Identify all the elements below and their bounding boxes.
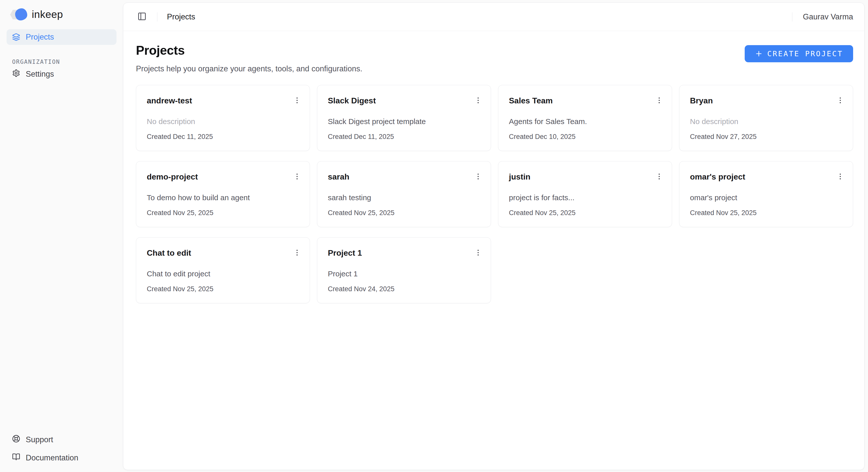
project-card[interactable]: Slack Digest Slack Digest project templa…: [317, 85, 491, 151]
project-description: Slack Digest project template: [328, 117, 484, 126]
project-description: Project 1: [328, 269, 484, 278]
topbar: Projects Gaurav Varma: [123, 3, 864, 31]
project-card[interactable]: andrew-test No description Created Dec 1…: [136, 85, 310, 151]
brand-logo[interactable]: inkeep: [6, 6, 117, 29]
sidebar-item-label: Projects: [26, 33, 54, 41]
page-subtitle: Projects help you organize your agents, …: [136, 64, 362, 73]
kebab-menu-button[interactable]: [291, 170, 303, 183]
project-card[interactable]: Sales Team Agents for Sales Team. Create…: [498, 85, 672, 151]
project-created-date: Created Nov 27, 2025: [690, 133, 846, 141]
life-buoy-icon: [12, 435, 20, 445]
project-description: omar's project: [690, 193, 846, 202]
sidebar-item-label: Documentation: [26, 453, 79, 463]
project-name: Chat to edit: [147, 249, 191, 257]
create-project-label: CREATE PROJECT: [767, 50, 843, 58]
brand-name: inkeep: [32, 8, 63, 21]
project-name: Project 1: [328, 249, 362, 257]
project-description: No description: [690, 117, 846, 126]
kebab-menu-button[interactable]: [472, 94, 484, 106]
ellipsis-vertical-icon: [836, 172, 844, 181]
ellipsis-vertical-icon: [293, 172, 301, 181]
sidebar-item-support[interactable]: Support: [6, 432, 117, 448]
project-created-date: Created Dec 11, 2025: [328, 133, 484, 141]
sidebar-item-projects[interactable]: Projects: [6, 29, 117, 45]
projects-grid: andrew-test No description Created Dec 1…: [123, 85, 864, 315]
kebab-menu-button[interactable]: [653, 170, 665, 183]
project-created-date: Created Nov 25, 2025: [147, 209, 303, 217]
ellipsis-vertical-icon: [836, 96, 844, 105]
project-name: andrew-test: [147, 96, 192, 105]
project-created-date: Created Nov 25, 2025: [509, 209, 665, 217]
project-name: justin: [509, 172, 530, 181]
project-name: demo-project: [147, 172, 198, 181]
project-description: To demo how to build an agent: [147, 193, 303, 202]
project-created-date: Created Dec 10, 2025: [509, 133, 665, 141]
kebab-menu-button[interactable]: [834, 94, 846, 106]
project-created-date: Created Nov 25, 2025: [147, 285, 303, 293]
project-name: omar's project: [690, 172, 745, 181]
gear-icon: [12, 69, 20, 79]
kebab-menu-button[interactable]: [472, 170, 484, 183]
plus-icon: [755, 50, 763, 58]
project-created-date: Created Dec 11, 2025: [147, 133, 303, 141]
project-card[interactable]: omar's project omar's project Created No…: [679, 161, 853, 227]
breadcrumb: Projects: [167, 12, 195, 22]
project-created-date: Created Nov 24, 2025: [328, 285, 484, 293]
project-name: Sales Team: [509, 96, 553, 105]
project-description: sarah testing: [328, 193, 484, 202]
main-panel: Projects Gaurav Varma Projects Projects …: [123, 2, 865, 470]
project-created-date: Created Nov 25, 2025: [328, 209, 484, 217]
ellipsis-vertical-icon: [474, 172, 483, 181]
sidebar: inkeep Projects ORGANIZATION Settings: [0, 0, 123, 472]
ellipsis-vertical-icon: [655, 96, 663, 105]
page-title: Projects: [136, 43, 362, 58]
project-description: Chat to edit project: [147, 269, 303, 278]
project-name: Slack Digest: [328, 96, 376, 105]
ellipsis-vertical-icon: [293, 96, 301, 105]
ellipsis-vertical-icon: [655, 172, 663, 181]
layers-icon: [12, 33, 20, 41]
sidebar-item-label: Support: [26, 435, 53, 444]
project-description: project is for facts...: [509, 193, 665, 202]
ellipsis-vertical-icon: [474, 248, 483, 257]
kebab-menu-button[interactable]: [653, 94, 665, 106]
project-card[interactable]: justin project is for facts... Created N…: [498, 161, 672, 227]
kebab-menu-button[interactable]: [834, 170, 846, 183]
panel-left-icon: [137, 12, 147, 22]
project-card[interactable]: Bryan No description Created Nov 27, 202…: [679, 85, 853, 151]
sidebar-item-label: Settings: [26, 70, 54, 79]
sidebar-item-settings[interactable]: Settings: [6, 66, 117, 82]
sidebar-toggle-button[interactable]: [136, 10, 148, 23]
project-card[interactable]: Chat to edit Chat to edit project Create…: [136, 237, 310, 303]
project-name: sarah: [328, 172, 349, 181]
project-name: Bryan: [690, 96, 713, 105]
project-card[interactable]: Project 1 Project 1 Created Nov 24, 2025: [317, 237, 491, 303]
page-header: Projects Projects help you organize your…: [123, 31, 864, 73]
sidebar-item-documentation[interactable]: Documentation: [6, 450, 117, 466]
sidebar-footer: Support Documentation: [6, 432, 117, 468]
ellipsis-vertical-icon: [474, 96, 483, 105]
project-card[interactable]: sarah sarah testing Created Nov 25, 2025: [317, 161, 491, 227]
project-created-date: Created Nov 25, 2025: [690, 209, 846, 217]
sidebar-section-organization: ORGANIZATION: [12, 59, 117, 65]
project-description: Agents for Sales Team.: [509, 117, 665, 126]
project-description: No description: [147, 117, 303, 126]
user-menu[interactable]: Gaurav Varma: [803, 12, 853, 22]
ellipsis-vertical-icon: [293, 248, 301, 257]
create-project-button[interactable]: CREATE PROJECT: [745, 45, 853, 62]
kebab-menu-button[interactable]: [291, 94, 303, 106]
project-card[interactable]: demo-project To demo how to build an age…: [136, 161, 310, 227]
kebab-menu-button[interactable]: [472, 247, 484, 259]
book-open-icon: [12, 453, 20, 463]
topbar-divider: [157, 12, 157, 22]
kebab-menu-button[interactable]: [291, 247, 303, 259]
inkeep-logo-icon: [10, 8, 28, 21]
